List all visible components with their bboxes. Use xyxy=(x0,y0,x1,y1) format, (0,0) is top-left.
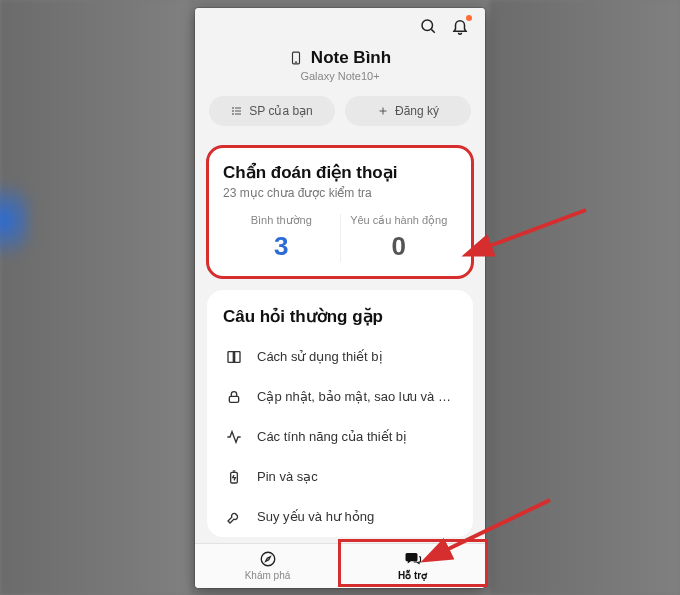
bottom-nav: Khám phá Hỗ trợ xyxy=(195,543,485,588)
faq-item-label: Các tính năng của thiết bị xyxy=(257,429,455,444)
your-products-label: SP của bạn xyxy=(249,104,312,118)
book-icon xyxy=(225,349,243,365)
phone-frame: Note Bình Galaxy Note10+ SP của bạn Đăng… xyxy=(195,8,485,588)
faq-item-battery[interactable]: Pin và sạc xyxy=(223,457,457,497)
register-label: Đăng ký xyxy=(395,104,439,118)
diagnosis-title: Chẩn đoán điện thoại xyxy=(223,162,457,183)
stage: Note Bình Galaxy Note10+ SP của bạn Đăng… xyxy=(0,0,680,595)
svg-point-8 xyxy=(233,110,234,111)
nav-support-label: Hỗ trợ xyxy=(398,570,427,581)
faq-item-features[interactable]: Các tính năng của thiết bị xyxy=(223,417,457,457)
register-button[interactable]: Đăng ký xyxy=(345,96,471,126)
stat-action-value: 0 xyxy=(341,231,458,262)
device-name-text: Note Bình xyxy=(311,48,391,67)
faq-item-usage[interactable]: Cách sử dụng thiết bị xyxy=(223,337,457,377)
faq-title: Câu hỏi thường gặp xyxy=(223,306,457,327)
your-products-button[interactable]: SP của bạn xyxy=(209,96,335,126)
nav-explore[interactable]: Khám phá xyxy=(195,544,340,588)
device-model: Galaxy Note10+ xyxy=(195,70,485,82)
pill-row: SP của bạn Đăng ký xyxy=(195,90,485,140)
stat-normal-label: Bình thường xyxy=(223,214,340,227)
faq-item-label: Cập nhật, bảo mật, sao lưu và khôi phục xyxy=(257,389,455,404)
faq-item-damage[interactable]: Suy yếu và hư hỏng xyxy=(223,497,457,537)
svg-line-1 xyxy=(431,29,434,32)
faq-item-label: Cách sử dụng thiết bị xyxy=(257,349,455,364)
wrench-icon xyxy=(225,509,243,525)
svg-marker-16 xyxy=(265,557,270,562)
chat-icon xyxy=(404,550,422,568)
faq-item-security[interactable]: Cập nhật, bảo mật, sao lưu và khôi phục xyxy=(223,377,457,417)
search-icon[interactable] xyxy=(419,17,437,35)
notifications-icon[interactable] xyxy=(451,17,469,35)
svg-point-7 xyxy=(233,107,234,108)
stat-action-label: Yêu cầu hành động xyxy=(341,214,458,227)
faq-card: Câu hỏi thường gặp Cách sử dụng thiết bị… xyxy=(207,290,473,537)
nav-explore-label: Khám phá xyxy=(245,570,291,581)
compass-icon xyxy=(259,550,277,568)
stat-normal-value: 3 xyxy=(223,231,340,262)
background-blur-left xyxy=(0,0,190,595)
phone-icon xyxy=(289,49,303,67)
battery-icon xyxy=(225,469,243,485)
background-blur-right xyxy=(490,0,680,595)
faq-item-label: Pin và sạc xyxy=(257,469,455,484)
faq-item-label: Suy yếu và hư hỏng xyxy=(257,509,455,524)
nav-support[interactable]: Hỗ trợ xyxy=(340,544,485,588)
stat-normal: Bình thường 3 xyxy=(223,214,340,262)
stat-action: Yêu cầu hành động 0 xyxy=(340,214,458,262)
svg-rect-12 xyxy=(229,396,238,402)
svg-point-9 xyxy=(233,113,234,114)
diagnosis-card[interactable]: Chẩn đoán điện thoại 23 mục chưa được ki… xyxy=(207,146,473,278)
diagnosis-stats: Bình thường 3 Yêu cầu hành động 0 xyxy=(223,214,457,262)
lock-icon xyxy=(225,389,243,405)
svg-point-0 xyxy=(422,20,433,31)
notification-dot xyxy=(466,15,472,21)
diagnosis-subtitle: 23 mục chưa được kiểm tra xyxy=(223,186,457,200)
list-icon xyxy=(231,105,243,117)
activity-icon xyxy=(225,429,243,445)
device-name: Note Bình xyxy=(311,48,391,68)
device-header: Note Bình Galaxy Note10+ xyxy=(195,44,485,90)
svg-point-15 xyxy=(261,553,275,567)
plus-icon xyxy=(377,105,389,117)
top-bar xyxy=(195,8,485,44)
